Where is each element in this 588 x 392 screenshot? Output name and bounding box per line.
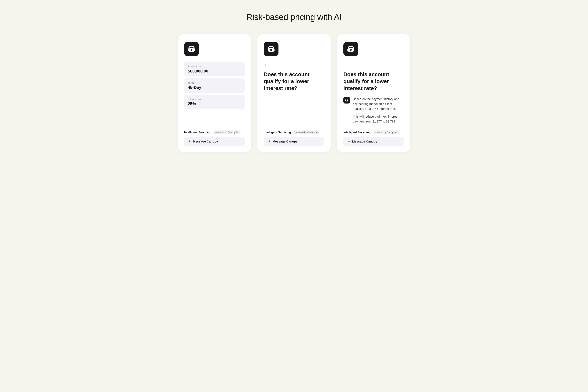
back-arrow-3[interactable]: ←	[344, 62, 404, 68]
card-2-content: ← Does this account qualify for a lower …	[264, 62, 324, 124]
intelligent-servicing-bar-1: Intelligent Servicing powered by Canopy …	[184, 130, 244, 134]
svg-rect-3	[270, 49, 272, 51]
card-3-footer: Intelligent Servicing powered by Canopy …	[344, 130, 404, 146]
intelligent-servicing-bar-3: Intelligent Servicing powered by Canopy …	[344, 130, 404, 134]
ai-response-paragraph-1: Based on the payment history and risk-sc…	[353, 96, 404, 111]
message-canopy-button-2[interactable]: ✦ Message Canopy	[264, 136, 324, 146]
bridge-loan-label: Bridge Loan	[188, 65, 241, 68]
intelligent-servicing-bar-2: Intelligent Servicing powered by Canopy …	[264, 130, 324, 134]
term-value: 45-Day	[188, 85, 241, 90]
canopy-logo-3	[344, 42, 358, 56]
bridge-loan-value: $60,000.00	[188, 69, 241, 74]
intelligent-servicing-label-1: Intelligent Servicing	[184, 131, 211, 134]
ai-response: Based on the payment history and risk-sc…	[344, 96, 404, 124]
term-field: Term 45-Day	[184, 78, 244, 93]
message-canopy-button-1[interactable]: ✦ Message Canopy	[184, 136, 244, 146]
page-title: Risk-based pricing with AI	[246, 12, 342, 22]
loan-fields: Bridge Loan $60,000.00 Term 45-Day Inter…	[184, 62, 244, 124]
bridge-loan-field: Bridge Loan $60,000.00	[184, 62, 244, 76]
question-title-3: Does this account qualify for a lower in…	[344, 71, 404, 92]
sparkle-icon-3: ✦	[348, 140, 350, 143]
message-canopy-label-3: Message Canopy	[352, 140, 377, 143]
message-canopy-button-3[interactable]: ✦ Message Canopy	[344, 136, 404, 146]
term-label: Term	[188, 81, 241, 84]
ai-response-paragraph-2: This will reduce their next interest pay…	[353, 114, 404, 124]
card-2-footer: Intelligent Servicing powered by Canopy …	[264, 130, 324, 146]
ai-response-text: Based on the payment history and risk-sc…	[353, 96, 404, 124]
svg-rect-7	[346, 100, 347, 101]
svg-rect-5	[350, 49, 352, 51]
question-title-2: Does this account qualify for a lower in…	[264, 71, 324, 124]
intelligent-servicing-label-2: Intelligent Servicing	[264, 131, 291, 134]
sparkle-icon-1: ✦	[188, 140, 191, 143]
sparkle-icon-2: ✦	[268, 140, 270, 143]
cards-container: Bridge Loan $60,000.00 Term 45-Day Inter…	[172, 34, 416, 152]
powered-by-badge-2: powered by Canopy AI	[293, 130, 320, 134]
message-canopy-label-1: Message Canopy	[193, 140, 218, 143]
interest-rate-field: Interest Rate 25%	[184, 95, 244, 109]
card-1-footer: Intelligent Servicing powered by Canopy …	[184, 130, 244, 146]
powered-by-badge-1: powered by Canopy AI	[213, 130, 240, 134]
svg-rect-1	[191, 49, 192, 51]
ai-icon-small	[344, 97, 350, 104]
back-arrow-2[interactable]: ←	[264, 62, 324, 68]
card-3-content: ← Does this account qualify for a lower …	[344, 62, 404, 124]
loan-details-card: Bridge Loan $60,000.00 Term 45-Day Inter…	[178, 34, 251, 152]
question-card: ← Does this account qualify for a lower …	[257, 34, 331, 152]
interest-rate-value: 25%	[188, 102, 241, 106]
canopy-logo-1	[184, 42, 199, 56]
powered-by-badge-3: powered by Canopy AI	[372, 130, 399, 134]
intelligent-servicing-label-3: Intelligent Servicing	[344, 131, 370, 134]
answer-card: ← Does this account qualify for a lower …	[337, 34, 410, 152]
interest-rate-label: Interest Rate	[188, 98, 241, 101]
message-canopy-label-2: Message Canopy	[272, 140, 298, 143]
canopy-logo-2	[264, 42, 278, 56]
